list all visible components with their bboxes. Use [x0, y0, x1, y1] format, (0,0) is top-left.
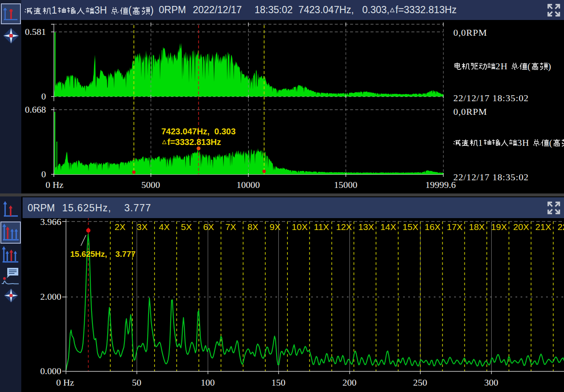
svg-text:50: 50 [132, 377, 141, 388]
svg-text:12X: 12X [336, 222, 352, 232]
svg-text:0.581: 0.581 [25, 26, 46, 37]
svg-text:11X: 11X [314, 222, 329, 232]
svg-text:5X: 5X [181, 222, 192, 232]
svg-text:0 Hz: 0 Hz [56, 377, 74, 388]
svg-text:7X: 7X [225, 222, 236, 232]
svg-text:19999.6: 19999.6 [425, 179, 456, 190]
svg-text:4X: 4X [159, 222, 170, 232]
svg-text:21X: 21X [535, 222, 551, 232]
svg-text:15X: 15X [403, 222, 418, 232]
svg-text:9X: 9X [269, 222, 281, 232]
svg-text:13X: 13X [358, 222, 374, 232]
svg-text:150: 150 [272, 377, 286, 388]
svg-text:100: 100 [201, 377, 215, 388]
svg-text:15000: 15000 [334, 179, 358, 190]
svg-text:10000: 10000 [237, 179, 260, 190]
svg-text:2.000: 2.000 [40, 291, 62, 302]
svg-text:20X: 20X [513, 222, 529, 232]
svg-text:5000: 5000 [141, 179, 160, 190]
svg-text:22X: 22X [558, 222, 564, 232]
svg-text:17X: 17X [447, 222, 463, 232]
svg-text:2X: 2X [115, 222, 126, 232]
svg-text:0.668: 0.668 [25, 104, 46, 115]
svg-text:10X: 10X [292, 222, 307, 232]
svg-text:14X: 14X [380, 222, 396, 232]
svg-text:300: 300 [484, 377, 498, 388]
svg-text:19X: 19X [491, 222, 507, 232]
svg-text:6X: 6X [203, 222, 214, 232]
svg-text:3.966: 3.966 [40, 218, 62, 227]
svg-text:0 Hz: 0 Hz [46, 179, 63, 190]
svg-text:8X: 8X [247, 222, 258, 232]
svg-text:0: 0 [41, 91, 46, 102]
svg-text:200: 200 [343, 377, 357, 388]
svg-text:250: 250 [413, 377, 427, 388]
svg-text:0: 0 [41, 169, 46, 179]
svg-text:16X: 16X [425, 222, 441, 232]
svg-text:18X: 18X [469, 222, 485, 232]
svg-text:0.000: 0.000 [40, 366, 62, 376]
svg-text:3X: 3X [137, 222, 148, 232]
